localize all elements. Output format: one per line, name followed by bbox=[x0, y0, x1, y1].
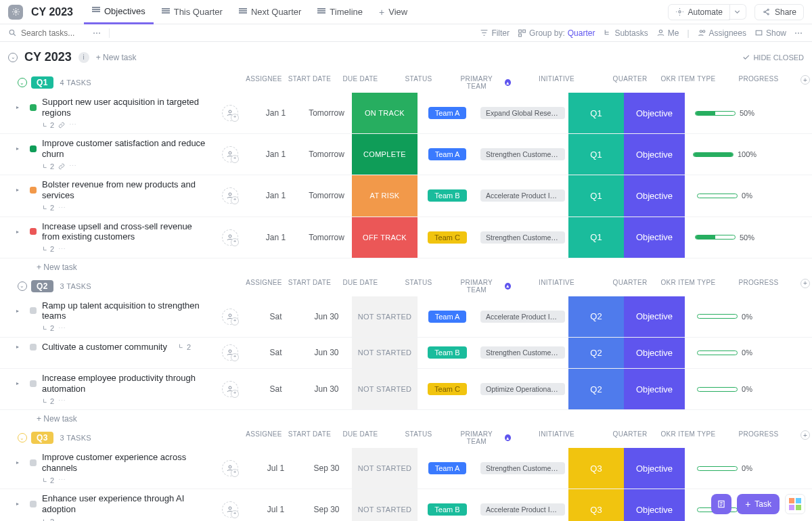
okr-cell[interactable]: Objective bbox=[624, 338, 685, 368]
task-title[interactable]: Ramp up talent acquisition to strengthen… bbox=[42, 300, 206, 321]
row-more[interactable]: ⋯ bbox=[58, 476, 66, 484]
col-due[interactable]: DUE DATE bbox=[335, 430, 386, 445]
status-square[interactable] bbox=[30, 104, 37, 111]
assignee-add[interactable] bbox=[222, 105, 238, 121]
team-pill[interactable]: Team B bbox=[428, 346, 466, 359]
initiative-pill[interactable]: Accelerate Product Innovation bbox=[480, 189, 565, 202]
status-square[interactable] bbox=[30, 344, 37, 350]
expand-row[interactable]: ▸ bbox=[16, 501, 19, 507]
quarter-cell[interactable]: Q3 bbox=[568, 489, 624, 521]
initiative-pill[interactable]: Expand Global Research bbox=[480, 107, 565, 119]
progress-cell[interactable]: 100% bbox=[685, 134, 765, 175]
row-more[interactable]: ⋯ bbox=[58, 397, 66, 405]
due-date[interactable]: Jun 30 bbox=[301, 338, 352, 368]
task-title[interactable]: Increase employee productivity through a… bbox=[42, 373, 206, 394]
task-title[interactable]: Support new user acquisition in targeted… bbox=[42, 97, 206, 118]
progress-cell[interactable]: 50% bbox=[685, 217, 765, 258]
team-pill[interactable]: Team B bbox=[428, 503, 466, 516]
assignee-add[interactable] bbox=[222, 460, 238, 476]
col-status[interactable]: STATUS bbox=[386, 430, 451, 445]
initiative-pill[interactable]: Accelerate Product Innovation bbox=[480, 311, 565, 323]
assignee-add[interactable] bbox=[222, 229, 238, 246]
progress-cell[interactable]: 0% bbox=[685, 448, 765, 489]
row-more[interactable]: ⋯ bbox=[58, 245, 66, 254]
start-date[interactable]: Jan 1 bbox=[250, 93, 301, 133]
col-progress[interactable]: PROGRESS bbox=[719, 75, 798, 90]
col-okr[interactable]: OKR ITEM TYPE bbox=[658, 279, 719, 294]
quarter-chip[interactable]: Q1 bbox=[31, 76, 53, 89]
initiative-pill[interactable]: Optimize Operational Efficien... bbox=[480, 383, 565, 395]
okr-cell[interactable]: Objective bbox=[624, 369, 685, 409]
quarter-cell[interactable]: Q2 bbox=[568, 369, 624, 409]
quarter-cell[interactable]: Q1 bbox=[568, 134, 624, 175]
progress-cell[interactable]: 0% bbox=[685, 296, 765, 337]
group-by-button[interactable]: Group by: Quarter bbox=[518, 28, 595, 38]
initiative-pill[interactable]: Strengthen Customer Retenti... bbox=[480, 462, 565, 474]
subtasks-button[interactable]: Subtasks bbox=[603, 28, 648, 38]
assignee-add[interactable] bbox=[222, 187, 238, 204]
status-square[interactable] bbox=[30, 501, 37, 507]
quarter-cell[interactable]: Q1 bbox=[568, 93, 624, 133]
okr-cell[interactable]: Objective bbox=[624, 489, 685, 521]
initiative-pill[interactable]: Strengthen Customer Retenti... bbox=[480, 231, 565, 244]
add-task-row[interactable]: + New task bbox=[0, 258, 812, 276]
col-start[interactable]: START DATE bbox=[284, 75, 335, 90]
team-pill[interactable]: Team A bbox=[428, 107, 467, 119]
start-date[interactable]: Sat bbox=[250, 369, 301, 409]
new-task-header[interactable]: + New task bbox=[96, 53, 137, 62]
status-square[interactable] bbox=[30, 307, 37, 314]
team-pill[interactable]: Team B bbox=[428, 189, 466, 202]
status-square[interactable] bbox=[30, 228, 37, 235]
team-pill[interactable]: Team A bbox=[428, 148, 467, 160]
okr-cell[interactable]: Objective bbox=[624, 296, 685, 337]
subtask-count[interactable]: 2 bbox=[42, 121, 54, 129]
row-more[interactable]: ⋯ bbox=[58, 204, 66, 212]
col-team[interactable]: PRIMARY TEAM▲ bbox=[451, 279, 511, 294]
quarter-chip[interactable]: Q3 bbox=[31, 432, 53, 444]
start-date[interactable]: Jan 1 bbox=[250, 217, 301, 258]
col-init[interactable]: INITIATIVE bbox=[511, 279, 602, 294]
app-icon[interactable] bbox=[8, 5, 23, 20]
col-team[interactable]: PRIMARY TEAM▲ bbox=[451, 75, 511, 90]
start-date[interactable]: Sat bbox=[250, 338, 301, 368]
assignee-add[interactable] bbox=[222, 344, 238, 361]
search-input[interactable] bbox=[21, 28, 89, 38]
progress-cell[interactable]: 0% bbox=[685, 338, 765, 368]
view-tab-timeline[interactable]: Timeline bbox=[309, 0, 371, 24]
due-date[interactable]: Jun 30 bbox=[301, 296, 352, 337]
col-due[interactable]: DUE DATE bbox=[335, 75, 386, 90]
link-icon[interactable] bbox=[58, 122, 65, 129]
task-title[interactable]: Improve customer satisfaction and reduce… bbox=[42, 138, 206, 159]
automate-dropdown[interactable] bbox=[729, 4, 746, 20]
add-column[interactable]: + bbox=[800, 75, 810, 85]
me-button[interactable]: Me bbox=[656, 28, 679, 38]
team-pill[interactable]: Team A bbox=[428, 462, 467, 474]
start-date[interactable]: Sat bbox=[250, 296, 301, 337]
okr-cell[interactable]: Objective bbox=[624, 175, 685, 216]
col-init[interactable]: INITIATIVE bbox=[511, 430, 602, 445]
add-column[interactable]: + bbox=[800, 430, 810, 440]
expand-row[interactable]: ▸ bbox=[16, 145, 19, 152]
quarter-chip[interactable]: Q2 bbox=[31, 280, 53, 292]
initiative-pill[interactable]: Accelerate Product Innovation bbox=[480, 503, 565, 516]
col-status[interactable]: STATUS bbox=[386, 279, 451, 294]
collapse-group[interactable]: ⌄ bbox=[18, 433, 27, 443]
status-cell[interactable]: OFF TRACK bbox=[352, 217, 418, 258]
fab-apps[interactable] bbox=[785, 494, 805, 514]
status-square[interactable] bbox=[30, 187, 37, 194]
row-more[interactable]: ⋯ bbox=[58, 518, 66, 522]
add-view-button[interactable]: +View bbox=[371, 0, 415, 24]
progress-cell[interactable]: 0% bbox=[685, 175, 765, 216]
share-button[interactable]: Share bbox=[754, 4, 804, 20]
start-date[interactable]: Jul 1 bbox=[250, 448, 301, 489]
row-more[interactable]: ⋯ bbox=[69, 162, 76, 171]
status-square[interactable] bbox=[30, 380, 37, 387]
status-cell[interactable]: AT RISK bbox=[352, 175, 418, 216]
task-title[interactable]: Improve customer experience across chann… bbox=[42, 452, 206, 473]
row-more[interactable]: ⋯ bbox=[69, 120, 76, 129]
subtask-count[interactable]: 2 bbox=[42, 397, 54, 405]
add-task-row[interactable]: + New task bbox=[0, 410, 812, 428]
subtask-count[interactable]: 2 bbox=[42, 518, 54, 521]
initiative-pill[interactable]: Strengthen Customer Retenti... bbox=[480, 346, 565, 359]
col-assignee[interactable]: ASSIGNEE bbox=[244, 279, 284, 294]
